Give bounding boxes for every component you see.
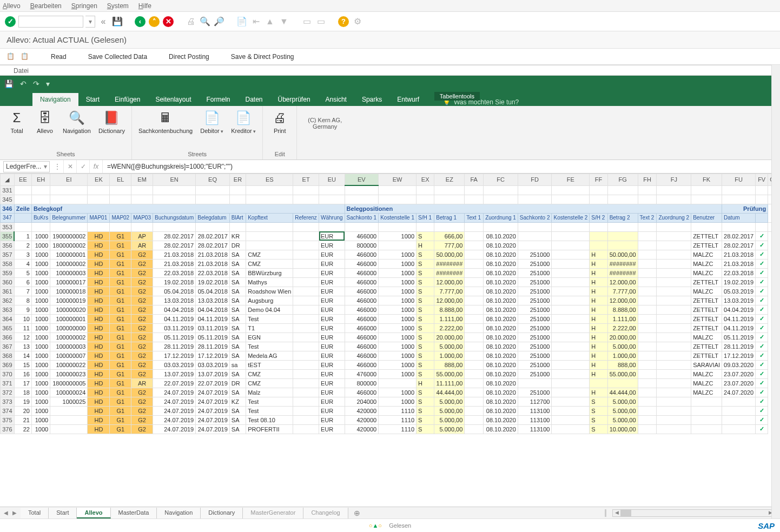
table-header[interactable]: Betrag 1 <box>434 213 465 222</box>
table-row[interactable]: 36391000100000020HDG1G204.04.201804.04.2… <box>1 305 780 314</box>
menu-system[interactable]: System <box>107 2 129 10</box>
sheet-tab-start[interactable]: Start <box>49 508 77 518</box>
table-header[interactable]: Währung <box>319 213 345 222</box>
table-header[interactable]: Datum <box>722 213 756 222</box>
table-header[interactable]: Text 1 <box>465 213 484 222</box>
sheet-nav[interactable]: ◀▶ <box>0 510 21 516</box>
table-header[interactable]: Kostenstelle 2 <box>552 213 590 222</box>
col-header-FF[interactable]: FF <box>590 174 607 186</box>
formula-expand-icon[interactable]: ⋮ <box>51 160 64 173</box>
page-down-icon[interactable]: ▼ <box>278 16 290 28</box>
table-row[interactable]: 3711710001800000005HDG1AR22.07.201922.07… <box>1 378 780 388</box>
table-row[interactable]: 364101000100000001HDG1G204.11.201904.11.… <box>1 314 780 323</box>
col-header-ER[interactable]: ER <box>229 174 246 186</box>
action-read[interactable]: Read <box>51 53 67 61</box>
col-header-EE[interactable]: EE <box>14 174 31 186</box>
table-header[interactable]: Buchungsdatum <box>153 213 195 222</box>
table-header[interactable]: MAP02 <box>110 213 131 222</box>
table-row[interactable]: 35841000100000002HDG1G221.03.201821.03.2… <box>1 259 780 268</box>
table-row[interactable]: 365111000100000000HDG1G203.11.201903.11.… <box>1 323 780 332</box>
back-button[interactable]: ‹ <box>134 16 146 28</box>
table-header[interactable]: S/H 2 <box>590 213 607 222</box>
up-button[interactable]: ˄ <box>148 16 160 28</box>
horizontal-scrollbar[interactable]: ◀▶ <box>612 509 775 517</box>
table-row[interactable]: 355110001900000002HDG1AP28.02.201728.02.… <box>1 231 780 241</box>
col-header-ET[interactable]: ET <box>293 174 319 186</box>
sheet-tab-navigation[interactable]: Navigation <box>157 508 201 518</box>
col-header-EQ[interactable]: EQ <box>196 174 230 186</box>
table-header[interactable]: S/H 1 <box>417 213 434 222</box>
table-row[interactable]: 374201000HDG1G224.07.201924.07.2019SATes… <box>1 406 780 415</box>
table-header[interactable]: Belegnummer <box>50 213 88 222</box>
table-row[interactable]: 368141000100000007HDG1G217.12.201917.12.… <box>1 351 780 360</box>
table-header[interactable]: Zuordnung 1 <box>484 213 518 222</box>
ribbon-print[interactable]: 🖨Print <box>266 108 293 135</box>
tab-einfügen[interactable]: Einfügen <box>107 93 148 106</box>
col-header-EL[interactable]: EL <box>110 174 131 186</box>
table-row[interactable]: 376221000HDG1G224.07.201924.07.2019SAPRO… <box>1 424 780 434</box>
table-header[interactable]: Referenz <box>293 213 319 222</box>
new-session-icon[interactable]: 📄 <box>236 16 248 28</box>
col-header-EX[interactable]: EX <box>417 174 434 186</box>
tab-entwurf[interactable]: Entwurf <box>389 93 427 106</box>
action-save-direct-posting[interactable]: Save & Direct Posting <box>231 53 294 61</box>
table-row[interactable]: 36171000100000018HDG1G205.04.201805.04.2… <box>1 287 780 296</box>
ribbon-kreditor[interactable]: 📄Kreditor <box>228 108 259 135</box>
menu-hilfe[interactable]: Hilfe <box>138 2 151 10</box>
find-next-icon[interactable]: 🔎 <box>213 16 225 28</box>
command-dropdown[interactable]: ▾ <box>85 16 95 28</box>
row-header[interactable]: 331 <box>1 185 15 195</box>
action-icon-1[interactable]: 📋 <box>6 52 15 61</box>
table-header[interactable]: Kopftext <box>246 213 293 222</box>
redo-icon[interactable]: ↷ <box>33 79 39 88</box>
col-header-FV[interactable]: FV <box>756 174 768 186</box>
col-header-EN[interactable]: EN <box>153 174 195 186</box>
table-header[interactable]: Text 2 <box>638 213 657 222</box>
col-header-EI[interactable]: EI <box>50 174 88 186</box>
save-icon[interactable]: 💾 <box>111 16 123 28</box>
datei-label[interactable]: Datei <box>0 65 780 76</box>
action-icon-2[interactable]: 📋 <box>21 52 29 61</box>
table-row[interactable]: 3731910001000025HDG1G224.07.201924.07.20… <box>1 397 780 406</box>
ribbon-debitor[interactable]: 📄Debitor <box>197 108 227 135</box>
window-scrollbar[interactable] <box>771 65 780 518</box>
table-row[interactable]: 356210001800000002HDG1AR28.02.201728.02.… <box>1 241 780 250</box>
table-header[interactable] <box>14 213 31 222</box>
tab-start[interactable]: Start <box>78 93 107 106</box>
ribbon-total[interactable]: ΣTotal <box>3 108 30 135</box>
table-row[interactable]: 369151000100000022HDG1G203.03.201903.03.… <box>1 360 780 369</box>
table-row[interactable]: 35951000100000003HDG1G222.03.201822.03.2… <box>1 268 780 277</box>
table-header[interactable]: Betrag 2 <box>607 213 638 222</box>
sheet-tab-allevo[interactable]: Allevo <box>77 508 110 518</box>
ribbon-dictionary[interactable]: 📕Dictionary <box>95 108 128 135</box>
tab-sparks[interactable]: Sparks <box>354 93 389 106</box>
table-row[interactable]: 367131000100000003HDG1G228.11.201928.11.… <box>1 342 780 351</box>
row-header[interactable]: 345 <box>1 195 15 204</box>
command-field[interactable] <box>18 16 83 28</box>
table-row[interactable]: 36281000100000019HDG1G213.03.201813.03.2… <box>1 296 780 305</box>
col-header-EH[interactable]: EH <box>31 174 50 186</box>
table-row[interactable]: 375211000HDG1G224.07.201924.07.2019SATes… <box>1 415 780 424</box>
table-header[interactable]: Benutzer <box>691 213 722 222</box>
col-header-EV[interactable]: EV <box>345 174 379 186</box>
tab-formeln[interactable]: Formeln <box>199 93 237 106</box>
page-up-icon[interactable]: ▲ <box>264 16 276 28</box>
table-row[interactable]: 36061000100000017HDG1G219.02.201819.02.2… <box>1 277 780 287</box>
col-header-EK[interactable]: EK <box>88 174 110 186</box>
table-header[interactable]: Sachkonto 1 <box>345 213 379 222</box>
tab-ansicht[interactable]: Ansicht <box>318 93 354 106</box>
table-header[interactable]: Belegdatum <box>196 213 230 222</box>
sheet-tab-mastergenerator[interactable]: MasterGenerator <box>243 508 303 518</box>
sheet-tab-masterdata[interactable]: MasterData <box>111 508 157 518</box>
ribbon-navigation[interactable]: 🔍Navigation <box>60 108 94 135</box>
col-header-EM[interactable]: EM <box>131 174 153 186</box>
add-sheet-icon[interactable]: ⊕ <box>348 509 366 517</box>
fx-icon[interactable]: fx <box>90 160 103 173</box>
print-icon[interactable]: 🖨 <box>185 16 197 28</box>
col-header-FG[interactable]: FG <box>607 174 638 186</box>
tab-navigation[interactable]: Navigation <box>32 93 78 106</box>
table-header[interactable]: Zuordnung 2 <box>657 213 691 222</box>
menu-allevo[interactable]: Allevo <box>3 2 21 10</box>
table-header[interactable]: BuKrs <box>31 213 50 222</box>
col-header-FU[interactable]: FU <box>722 174 756 186</box>
